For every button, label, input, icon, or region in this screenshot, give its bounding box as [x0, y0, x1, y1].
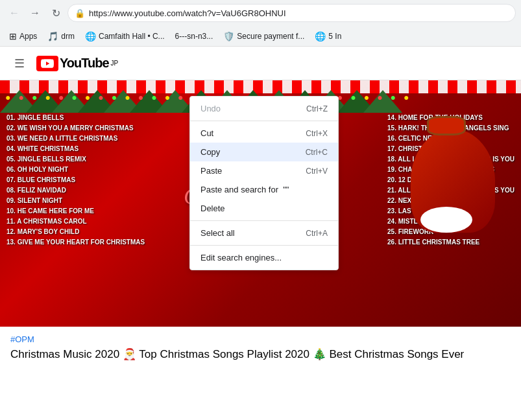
- menu-item-select-all-shortcut: Ctrl+A: [306, 229, 328, 238]
- bookmark-secure[interactable]: 🛡️ Secure payment f...: [219, 30, 308, 43]
- back-button[interactable]: ←: [5, 4, 23, 22]
- bookmark-secure-label: Secure payment f...: [237, 32, 304, 41]
- apps-grid-icon: ⊞: [9, 31, 17, 41]
- menu-item-delete-label: Delete: [200, 204, 225, 213]
- refresh-button[interactable]: ↻: [47, 4, 65, 22]
- context-menu: Undo Ctrl+Z Cut Ctrl+X Copy Ctrl+C Paste…: [189, 96, 339, 270]
- url-text: https://www.youtube.com/watch?v=VaU6GR8O…: [89, 8, 509, 18]
- bookmark-apps-label: Apps: [19, 32, 37, 41]
- bookmark-apps[interactable]: ⊞ Apps: [5, 30, 41, 43]
- menu-separator-1: [190, 121, 338, 121]
- menu-item-cut-label: Cut: [200, 128, 213, 138]
- menu-item-cut[interactable]: Cut Ctrl+X: [190, 124, 338, 143]
- bookmarks-bar: ⊞ Apps 🎵 drm 🌐 Camfaith Hall • C... 6---…: [0, 26, 521, 47]
- globe-icon-2: 🌐: [315, 31, 326, 41]
- bookmark-4-label: 6---sn-n3...: [175, 32, 213, 41]
- menu-item-paste-shortcut: Ctrl+V: [306, 167, 328, 176]
- hamburger-menu-button[interactable]: ☰: [8, 52, 31, 75]
- menu-item-delete[interactable]: Delete: [190, 199, 338, 218]
- youtube-header: ☰ YouTubeJP: [0, 47, 521, 80]
- youtube-play-icon: [41, 59, 54, 68]
- lock-icon: 🔒: [75, 8, 85, 18]
- youtube-text: YouTube: [60, 56, 109, 71]
- menu-item-copy-label: Copy: [200, 147, 220, 157]
- menu-item-paste-search-label: Paste and search for "": [200, 185, 289, 194]
- bookmark-camfaith-label: Camfaith Hall • C...: [99, 32, 165, 41]
- menu-separator-3: [190, 245, 338, 246]
- menu-item-edit-engines-label: Edit search engines...: [200, 253, 282, 262]
- menu-item-select-all[interactable]: Select all Ctrl+A: [190, 224, 338, 242]
- menu-item-undo-label: Undo: [200, 104, 221, 113]
- browser-chrome: ← → ↻ 🔒 https://www.youtube.com/watch?v=…: [0, 0, 521, 47]
- nav-bar: ← → ↻ 🔒 https://www.youtube.com/watch?v=…: [0, 0, 521, 26]
- youtube-suffix: JP: [111, 60, 119, 67]
- shield-icon: 🛡️: [223, 31, 234, 41]
- menu-item-edit-engines[interactable]: Edit search engines...: [190, 248, 338, 267]
- bookmark-4[interactable]: 6---sn-n3...: [171, 30, 217, 42]
- bookmark-drm[interactable]: 🎵 drm: [43, 30, 79, 43]
- menu-item-paste-label: Paste: [200, 166, 222, 176]
- globe-icon-1: 🌐: [85, 31, 96, 41]
- context-menu-overlay: Undo Ctrl+Z Cut Ctrl+X Copy Ctrl+C Paste…: [0, 80, 521, 369]
- menu-item-undo[interactable]: Undo Ctrl+Z: [190, 99, 338, 118]
- menu-item-copy-shortcut: Ctrl+C: [306, 148, 328, 157]
- youtube-logo-icon: [36, 56, 58, 71]
- page-content: 01. JINGLE BELLS 02. WE WISH YOU A MERRY…: [0, 80, 521, 369]
- menu-item-select-all-label: Select all: [200, 228, 235, 238]
- youtube-logo[interactable]: YouTubeJP: [36, 56, 118, 71]
- forward-button[interactable]: →: [26, 4, 44, 22]
- bookmark-5in[interactable]: 🌐 5 In: [311, 30, 345, 43]
- menu-item-paste[interactable]: Paste Ctrl+V: [190, 161, 338, 180]
- bookmark-5in-label: 5 In: [328, 32, 341, 41]
- bookmark-camfaith[interactable]: 🌐 Camfaith Hall • C...: [81, 30, 169, 43]
- music-icon: 🎵: [47, 31, 58, 41]
- menu-item-copy[interactable]: Copy Ctrl+C: [190, 143, 338, 161]
- menu-separator-2: [190, 220, 338, 221]
- bookmark-drm-label: drm: [61, 32, 75, 41]
- menu-item-cut-shortcut: Ctrl+X: [306, 129, 328, 138]
- address-bar[interactable]: 🔒 https://www.youtube.com/watch?v=VaU6GR…: [67, 4, 516, 22]
- menu-item-undo-shortcut: Ctrl+Z: [306, 104, 328, 113]
- menu-item-paste-search[interactable]: Paste and search for "": [190, 180, 338, 199]
